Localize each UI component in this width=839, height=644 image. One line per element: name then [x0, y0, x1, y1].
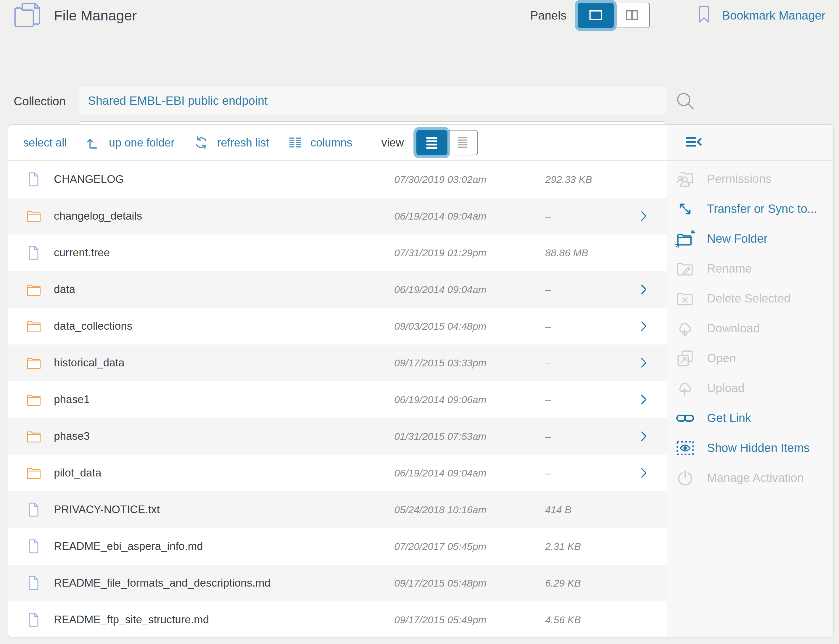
- file-row[interactable]: phase3 01/31/2015 07:53am –: [8, 418, 667, 455]
- action-show-hidden-items[interactable]: Show Hidden Items: [667, 433, 833, 463]
- file-name[interactable]: README_file_formats_and_descriptions.md: [54, 577, 271, 589]
- open-icon: [675, 348, 695, 368]
- file-last-modified: 05/24/2018 10:16am: [394, 504, 486, 516]
- file-name[interactable]: phase3: [54, 430, 90, 442]
- actions-sidebar-header: [667, 125, 833, 161]
- view-label: view: [381, 136, 404, 149]
- file-row[interactable]: data 06/19/2014 09:04am –: [8, 271, 667, 308]
- chevron-right-icon[interactable]: [637, 319, 650, 333]
- action-get-link[interactable]: Get Link: [667, 403, 833, 433]
- view-condensed-button[interactable]: [447, 130, 478, 155]
- file-name[interactable]: data_collections: [54, 320, 132, 332]
- file-icon: [25, 501, 42, 518]
- folder-icon: [25, 208, 42, 224]
- get-link-icon: [675, 408, 695, 428]
- file-size: –: [545, 394, 551, 406]
- single-panel-icon: [586, 6, 605, 25]
- file-row[interactable]: PRIVACY-NOTICE.txt 05/24/2018 10:16am 41…: [8, 491, 667, 528]
- collapse-sidebar-icon: [685, 149, 704, 153]
- file-icon: [25, 538, 42, 555]
- refresh-list-label: refresh list: [217, 136, 269, 149]
- action-label: Transfer or Sync to...: [707, 202, 817, 215]
- collection-label: Collection: [0, 95, 66, 108]
- view-list-button[interactable]: [416, 130, 447, 155]
- bookmark-manager-link[interactable]: Bookmark Manager: [694, 2, 825, 29]
- file-name[interactable]: pilot_data: [54, 467, 101, 479]
- action-manage-activation: Manage Activation: [667, 463, 833, 493]
- chevron-right-icon[interactable]: [637, 283, 650, 296]
- panels-single-button[interactable]: [578, 3, 614, 28]
- permissions-icon: [675, 169, 695, 189]
- folder-icon: [25, 355, 42, 371]
- file-last-modified: 06/19/2014 09:04am: [394, 210, 486, 222]
- rename-icon: [675, 259, 695, 279]
- file-row[interactable]: current.tree 07/31/2019 01:29pm 88.86 MB: [8, 234, 667, 271]
- collection-value: Shared EMBL-EBI public endpoint: [88, 94, 268, 107]
- refresh-icon: [193, 135, 210, 151]
- file-name[interactable]: historical_data: [54, 356, 125, 369]
- file-row[interactable]: README_ftp_site_structure.md 09/17/2015 …: [8, 601, 667, 637]
- delete-selected-icon: [675, 289, 695, 309]
- action-new-folder[interactable]: New Folder: [667, 224, 833, 254]
- file-manager-page: File Manager Panels: [0, 0, 839, 644]
- file-name[interactable]: PRIVACY-NOTICE.txt: [54, 503, 160, 516]
- bookmark-ribbon-icon: [694, 2, 714, 29]
- file-last-modified: 07/20/2017 05:45pm: [394, 541, 486, 552]
- action-label: Download: [707, 322, 760, 335]
- list-view-icon: [423, 133, 441, 152]
- chevron-right-icon[interactable]: [637, 209, 650, 223]
- collection-input[interactable]: Shared EMBL-EBI public endpoint: [79, 87, 666, 115]
- app-header-left: File Manager: [14, 2, 137, 29]
- action-list: Permissions Transfer or Sync to... New F…: [667, 164, 833, 493]
- select-all-button[interactable]: select all: [23, 136, 67, 149]
- show-hidden-icon: [675, 438, 695, 458]
- file-size: 292.33 KB: [545, 174, 592, 185]
- columns-button[interactable]: columns: [287, 135, 353, 150]
- file-name[interactable]: README_ftp_site_structure.md: [54, 613, 209, 626]
- file-last-modified: 06/19/2014 09:04am: [394, 467, 486, 479]
- app-header: File Manager Panels: [0, 0, 839, 31]
- file-row[interactable]: data_collections 09/03/2015 04:48pm –: [8, 308, 667, 345]
- action-transfer-or-sync-to[interactable]: Transfer or Sync to...: [667, 194, 833, 224]
- up-one-folder-button[interactable]: up one folder: [85, 135, 175, 151]
- file-name[interactable]: CHANGELOG: [54, 173, 124, 186]
- file-last-modified: 09/17/2015 05:49pm: [394, 614, 486, 626]
- chevron-right-icon[interactable]: [637, 429, 650, 443]
- file-last-modified: 07/30/2019 03:02am: [394, 174, 486, 185]
- action-label: Upload: [707, 381, 745, 395]
- file-row[interactable]: changelog_details 06/19/2014 09:04am –: [8, 198, 667, 234]
- action-delete-selected: Delete Selected: [667, 284, 833, 314]
- chevron-right-icon[interactable]: [637, 466, 650, 480]
- file-last-modified: 09/17/2015 05:48pm: [394, 577, 486, 589]
- collapse-sidebar-button[interactable]: [685, 133, 704, 153]
- search-button[interactable]: [674, 90, 697, 112]
- file-name[interactable]: README_ebi_aspera_info.md: [54, 540, 203, 552]
- file-last-modified: 01/31/2015 07:53am: [394, 430, 486, 442]
- file-name[interactable]: data: [54, 283, 75, 296]
- file-size: –: [545, 357, 551, 369]
- file-row[interactable]: README_ebi_aspera_info.md 07/20/2017 05:…: [8, 528, 667, 565]
- action-label: Show Hidden Items: [707, 441, 810, 455]
- action-label: Open: [707, 352, 736, 365]
- endpoint-fields: Collection Shared EMBL-EBI public endpoi…: [0, 31, 839, 124]
- dual-panel-icon: [623, 6, 641, 25]
- folder-icon: [25, 391, 42, 408]
- file-row[interactable]: historical_data 09/17/2015 03:33pm –: [8, 345, 667, 381]
- up-one-folder-icon: [85, 135, 101, 151]
- file-size: –: [545, 320, 551, 332]
- columns-icon: [287, 135, 303, 150]
- chevron-right-icon[interactable]: [637, 393, 650, 406]
- app-header-right: Panels Bookmark Manager: [530, 2, 825, 29]
- file-icon: [25, 245, 42, 261]
- refresh-list-button[interactable]: refresh list: [193, 135, 269, 151]
- file-row[interactable]: CHANGELOG 07/30/2019 03:02am 292.33 KB: [8, 161, 667, 198]
- file-row[interactable]: pilot_data 06/19/2014 09:04am –: [8, 455, 667, 491]
- chevron-right-icon[interactable]: [637, 356, 650, 370]
- file-name[interactable]: phase1: [54, 393, 90, 406]
- file-name[interactable]: current.tree: [54, 246, 110, 259]
- file-row[interactable]: README_file_formats_and_descriptions.md …: [8, 565, 667, 601]
- file-row[interactable]: phase1 06/19/2014 09:06am –: [8, 381, 667, 418]
- list-toolbar: select all up one folder refresh list: [8, 125, 667, 161]
- file-name[interactable]: changelog_details: [54, 210, 142, 222]
- panels-dual-button[interactable]: [614, 3, 650, 28]
